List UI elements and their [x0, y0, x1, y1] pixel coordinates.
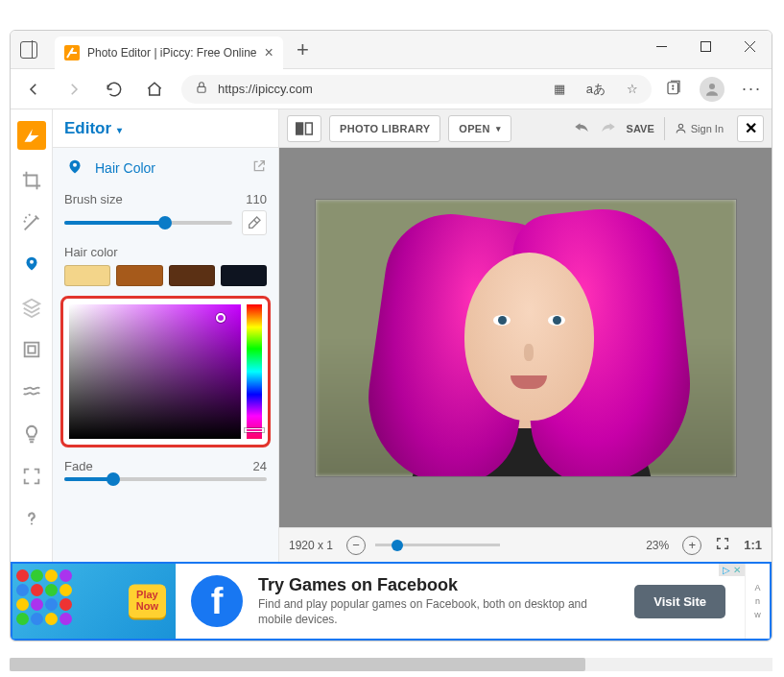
zoom-slider[interactable]: [375, 544, 500, 546]
status-bar: 1920 x 1 − 23% + 1:1: [279, 527, 772, 562]
browser-tab[interactable]: Photo Editor | iPiccy: Free Online ×: [55, 36, 283, 69]
chevron-down-icon: ▾: [117, 125, 122, 135]
brush-size-control: Brush size 110: [53, 188, 278, 239]
lightbulb-icon[interactable]: [20, 423, 43, 446]
svg-rect-10: [28, 346, 35, 352]
close-window-button[interactable]: [727, 31, 772, 61]
svg-point-14: [678, 124, 682, 128]
favorite-icon[interactable]: ☆: [627, 82, 638, 96]
hair-color-label: Hair color: [53, 239, 278, 261]
nav-right-icons: ···: [665, 77, 762, 102]
play-now-badge[interactable]: Play Now: [129, 584, 166, 617]
canvas-area: PHOTO LIBRARY OPEN▾ SAVE Sign In ✕: [279, 109, 772, 562]
menu-button[interactable]: ···: [742, 79, 762, 99]
hair-icon: [64, 157, 85, 179]
zoom-in-button[interactable]: +: [682, 536, 701, 555]
refresh-button[interactable]: [101, 76, 128, 103]
svg-rect-2: [701, 41, 710, 51]
tool-rail: [11, 109, 53, 562]
saturation-value-picker[interactable]: [69, 304, 241, 439]
swatch-4[interactable]: [221, 265, 267, 286]
chevron-down-icon: ▾: [496, 124, 501, 133]
tab-close-button[interactable]: ×: [265, 44, 273, 61]
address-bar-icons: ▦ aあ ☆: [554, 81, 638, 98]
new-tab-button[interactable]: +: [297, 37, 309, 62]
tool-name: Hair Color: [95, 160, 242, 176]
collections-icon[interactable]: [665, 79, 682, 100]
compare-button[interactable]: [287, 115, 321, 142]
redo-icon[interactable]: [600, 120, 617, 137]
svg-point-11: [73, 163, 77, 167]
fade-label: Fade: [64, 459, 93, 473]
nav-bar: https://ipiccy.com ▦ aあ ☆ ···: [11, 69, 772, 109]
swatch-2[interactable]: [116, 265, 162, 286]
wand-icon[interactable]: [20, 211, 43, 234]
texture-icon[interactable]: [20, 380, 43, 403]
expand-icon[interactable]: [20, 465, 43, 488]
fade-control: Fade 24: [53, 455, 278, 485]
popout-icon[interactable]: [251, 158, 267, 178]
horizontal-scrollbar[interactable]: [10, 658, 772, 671]
editor-panel: Editor ▾ Hair Color Brush size 110: [53, 109, 279, 562]
undo-icon[interactable]: [573, 120, 590, 137]
image-dimensions: 1920 x 1: [289, 539, 333, 552]
tab-title: Photo Editor | iPiccy: Free Online: [87, 46, 257, 60]
swatch-row: [53, 261, 278, 294]
visit-site-button[interactable]: Visit Site: [634, 585, 725, 618]
sign-in-button[interactable]: Sign In: [675, 122, 724, 134]
forward-button[interactable]: [60, 76, 87, 103]
zoom-percent: 23%: [646, 539, 669, 552]
ipiccy-logo-icon[interactable]: [17, 121, 46, 150]
home-button[interactable]: [141, 76, 168, 103]
brush-size-slider[interactable]: [64, 221, 232, 225]
person-icon[interactable]: [20, 254, 43, 277]
svg-rect-9: [24, 343, 38, 357]
fullscreen-button[interactable]: [715, 536, 730, 554]
tool-title-row: Hair Color: [53, 148, 278, 188]
lock-icon: [195, 81, 208, 98]
open-button[interactable]: OPEN▾: [448, 115, 511, 142]
layers-icon[interactable]: [20, 296, 43, 319]
translate-icon[interactable]: aあ: [586, 81, 606, 98]
adchoices-icon[interactable]: ▷✕: [719, 564, 745, 576]
ad-banner: Play Now f Try Games on Facebook Find an…: [11, 562, 772, 641]
hue-slider[interactable]: [247, 304, 262, 439]
maximize-button[interactable]: [683, 31, 727, 61]
ad-game-thumb[interactable]: Play Now: [12, 564, 176, 639]
ad-side-text: Anw: [745, 564, 770, 639]
profile-avatar[interactable]: [700, 77, 725, 102]
minimize-button[interactable]: [639, 31, 683, 61]
photo-preview: [315, 199, 737, 477]
swatch-1[interactable]: [64, 265, 110, 286]
svg-rect-13: [306, 123, 313, 134]
browser-window: Photo Editor | iPiccy: Free Online × + h…: [10, 30, 772, 641]
ad-title: Try Games on Facebook: [258, 575, 615, 595]
titlebar: Photo Editor | iPiccy: Free Online × +: [11, 31, 772, 69]
swatch-3[interactable]: [169, 265, 215, 286]
brush-size-value: 110: [246, 192, 267, 206]
frame-icon[interactable]: [20, 338, 43, 361]
viewport[interactable]: [279, 148, 772, 527]
canvas-toolbar: PHOTO LIBRARY OPEN▾ SAVE Sign In ✕: [279, 109, 772, 148]
qr-icon[interactable]: ▦: [554, 82, 565, 96]
back-button[interactable]: [20, 76, 47, 103]
actual-size-button[interactable]: 1:1: [744, 538, 762, 552]
ad-text: Try Games on Facebook Find and play popu…: [258, 575, 615, 627]
url-text: https://ipiccy.com: [218, 82, 313, 96]
save-button[interactable]: SAVE: [627, 123, 654, 134]
close-editor-button[interactable]: ✕: [737, 115, 764, 142]
address-bar[interactable]: https://ipiccy.com ▦ aあ ☆: [181, 75, 652, 104]
eraser-button[interactable]: [242, 210, 267, 235]
tab-actions-button[interactable]: [20, 41, 37, 59]
crop-icon[interactable]: [20, 169, 43, 192]
zoom-out-button[interactable]: −: [346, 536, 366, 555]
panel-header-label: Editor: [64, 119, 111, 138]
ad-subtitle: Find and play popular games on Facebook,…: [258, 597, 615, 627]
fade-slider[interactable]: [64, 477, 267, 481]
panel-header[interactable]: Editor ▾: [53, 109, 278, 148]
help-icon[interactable]: [20, 507, 43, 530]
svg-point-8: [29, 260, 33, 264]
ipiccy-favicon-icon: [64, 45, 80, 60]
facebook-logo-icon: f: [191, 575, 243, 627]
photo-library-button[interactable]: PHOTO LIBRARY: [329, 115, 440, 142]
